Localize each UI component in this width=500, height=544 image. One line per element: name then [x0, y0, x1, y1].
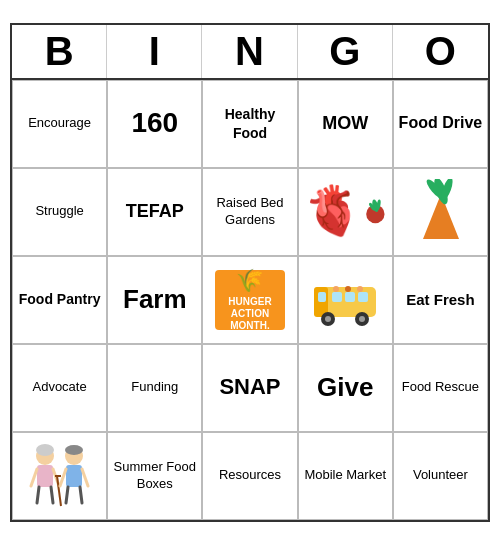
svg-line-33: [60, 469, 66, 486]
cell-r4c3: Mobile Market: [298, 432, 393, 520]
beet-icon: 🫀: [303, 180, 363, 242]
header-b: B: [12, 25, 107, 78]
cell-r4c0: [12, 432, 107, 520]
elderly-svg: [27, 441, 92, 511]
svg-point-17: [359, 316, 365, 322]
hunger-action-text: HUNGER ACTION MONTH.: [228, 296, 271, 332]
cell-r1c1: TEFAP: [107, 168, 202, 256]
carrot-svg: [413, 179, 468, 244]
cell-r3c1: Funding: [107, 344, 202, 432]
cell-r1c0: Struggle: [12, 168, 107, 256]
svg-point-20: [357, 286, 363, 292]
svg-point-22: [36, 444, 54, 456]
cell-r3c2: SNAP: [202, 344, 297, 432]
cell-r3c3: Give: [298, 344, 393, 432]
bingo-grid: Encourage 160 Healthy Food MOW Food Driv…: [12, 80, 488, 520]
cell-r0c3: MOW: [298, 80, 393, 168]
cell-r0c2: Healthy Food: [202, 80, 297, 168]
svg-rect-32: [66, 465, 82, 487]
bingo-card: B I N G O Encourage 160 Healthy Food MOW…: [10, 23, 490, 522]
svg-rect-11: [345, 292, 355, 302]
cell-r0c1: 160: [107, 80, 202, 168]
svg-point-31: [65, 445, 83, 455]
header-g: G: [298, 25, 393, 78]
cell-r1c4: [393, 168, 488, 256]
school-bus-svg: [310, 272, 380, 327]
cell-r2c4: Eat Fresh: [393, 256, 488, 344]
svg-line-35: [66, 487, 68, 503]
hunger-action-badge: 🌾 HUNGER ACTION MONTH.: [215, 270, 285, 330]
svg-line-27: [51, 487, 53, 503]
cell-r2c2: 🌾 HUNGER ACTION MONTH.: [202, 256, 297, 344]
svg-rect-13: [318, 292, 326, 302]
cell-r4c1: Summer Food Boxes: [107, 432, 202, 520]
cell-r1c3: 🫀: [298, 168, 393, 256]
cell-r2c3: [298, 256, 393, 344]
beet-svg: [363, 179, 388, 244]
header-n: N: [202, 25, 297, 78]
header-i: I: [107, 25, 202, 78]
svg-line-34: [82, 469, 88, 486]
svg-line-36: [80, 487, 82, 503]
cell-r2c0: Food Pantry: [12, 256, 107, 344]
wheat-icon: 🌾: [236, 267, 263, 296]
svg-rect-12: [358, 292, 368, 302]
svg-line-26: [37, 487, 39, 503]
bingo-header: B I N G O: [12, 25, 488, 80]
svg-point-15: [325, 316, 331, 322]
cell-r2c1: Farm: [107, 256, 202, 344]
cell-r3c4: Food Rescue: [393, 344, 488, 432]
cell-r4c2: Resources: [202, 432, 297, 520]
svg-line-24: [31, 469, 37, 486]
svg-rect-23: [37, 465, 53, 487]
svg-point-19: [345, 286, 351, 292]
cell-r0c0: Encourage: [12, 80, 107, 168]
header-o: O: [393, 25, 488, 78]
cell-r4c4: Volunteer: [393, 432, 488, 520]
svg-point-18: [333, 286, 339, 292]
cell-r3c0: Advocate: [12, 344, 107, 432]
cell-r0c4: Food Drive: [393, 80, 488, 168]
cell-r1c2: Raised Bed Gardens: [202, 168, 297, 256]
svg-rect-10: [332, 292, 342, 302]
